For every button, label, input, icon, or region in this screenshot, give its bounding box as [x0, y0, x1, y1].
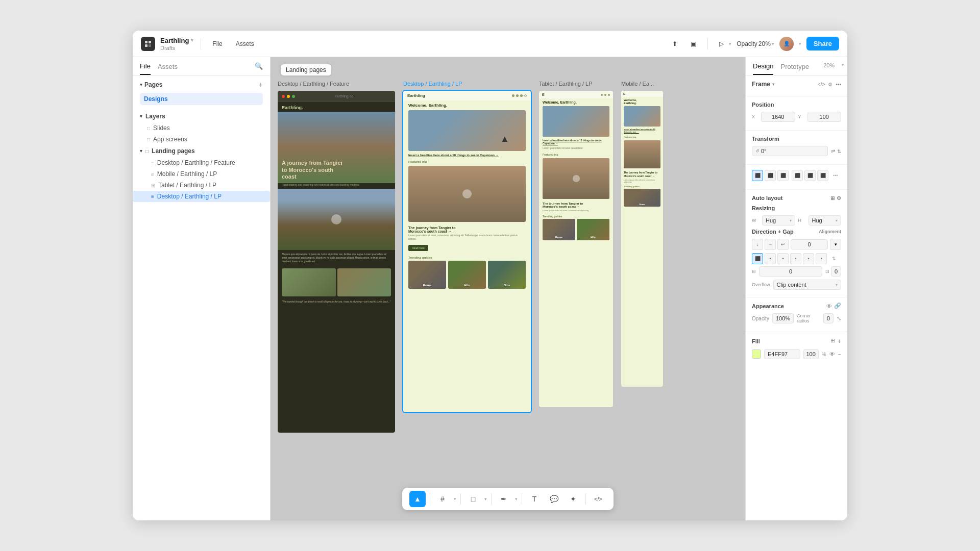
- avatar[interactable]: 👤: [779, 37, 794, 51]
- content-align-mc-btn[interactable]: •: [803, 253, 814, 264]
- content-align-mr-btn[interactable]: •: [816, 253, 827, 264]
- plugin-tool[interactable]: ✦: [565, 491, 581, 507]
- layer-desktop-lp[interactable]: ≡ Desktop / Earthling / LP: [133, 191, 270, 202]
- width-dropdown[interactable]: Hug ▾: [762, 215, 795, 226]
- fill-grid-icon[interactable]: ⊞: [830, 337, 835, 345]
- align-center-btn[interactable]: ⬛: [765, 170, 776, 181]
- layer-tablet-lp[interactable]: ⊞ Tablet / Earthling / LP: [133, 180, 270, 191]
- padding-right-input[interactable]: 0: [831, 266, 841, 277]
- avatar-chevron-icon[interactable]: ▾: [799, 41, 801, 46]
- autolayout-expand-icon[interactable]: ⊞: [830, 195, 835, 201]
- align-middle-btn[interactable]: ⬛: [804, 170, 816, 181]
- align-top-btn[interactable]: ⬛: [792, 170, 803, 181]
- content-align-tl-btn[interactable]: ⬛: [752, 253, 763, 264]
- layer-desktop-feature[interactable]: ≡ Desktop / Earthling / Feature: [133, 157, 270, 168]
- landing-pages-header[interactable]: ▾ □ Landing pages: [133, 145, 270, 157]
- padding-right-icon: ⊡: [825, 269, 829, 274]
- thumb-1: [282, 268, 336, 296]
- shape-tool-chevron-icon[interactable]: ▾: [484, 496, 487, 502]
- code-tool[interactable]: </>: [590, 491, 606, 507]
- tablet-welcome: Welcome, Earthling.: [539, 98, 613, 106]
- frame-mobile-lp[interactable]: E Welcome,Earthling. Insert a headline h…: [621, 91, 663, 387]
- play-btn[interactable]: ▷: [715, 38, 728, 50]
- frame-desktop-lp[interactable]: Earthling Welcome, Earthling. Insert a h…: [403, 91, 531, 412]
- link-icon[interactable]: 🔗: [834, 303, 841, 309]
- tablet-dot1: [601, 94, 603, 96]
- trend-label-nice: Nice: [504, 284, 510, 287]
- gap-dropdown[interactable]: ▾: [830, 239, 841, 250]
- y-input[interactable]: 100: [807, 112, 842, 122]
- file-menu-btn[interactable]: File: [208, 38, 226, 50]
- right-tabs: Design Prototype 20% ▾: [746, 57, 847, 76]
- autolayout-settings-icon[interactable]: ⚙: [837, 195, 841, 201]
- frame-desktop-feature[interactable]: earthling.co Earthling. A journey from T…: [278, 91, 395, 433]
- tab-assets[interactable]: Assets: [158, 62, 178, 75]
- frame-header-bar-1: earthling.co: [278, 91, 395, 102]
- project-name[interactable]: Earthling ▾: [160, 37, 193, 44]
- fill-add-icon[interactable]: +: [837, 337, 841, 345]
- height-dropdown[interactable]: Hug ▾: [808, 215, 842, 226]
- padding-input[interactable]: 0: [759, 266, 822, 277]
- align-left-btn[interactable]: ⬛: [752, 170, 763, 181]
- shape-tool[interactable]: □: [465, 491, 481, 507]
- y-label: Y: [798, 114, 804, 119]
- tab-prototype[interactable]: Prototype: [780, 62, 809, 75]
- dir-down-btn[interactable]: ↓: [752, 239, 763, 250]
- fill-color-swatch[interactable]: [752, 349, 761, 359]
- align-right-btn[interactable]: ⬛: [777, 170, 789, 181]
- upload-btn[interactable]: ⬆: [668, 38, 681, 50]
- page-item-designs[interactable]: Designs: [140, 93, 263, 105]
- flip-v-icon[interactable]: ⇅: [837, 148, 841, 154]
- layer-slides[interactable]: □ Slides: [133, 122, 270, 134]
- layer-mobile-lp[interactable]: ≡ Mobile / Earthling / LP: [133, 168, 270, 180]
- tab-design[interactable]: Design: [753, 62, 773, 75]
- fill-opacity-input[interactable]: 100: [803, 349, 819, 359]
- dir-wrap-btn[interactable]: ↩: [777, 239, 789, 250]
- align-bottom-btn[interactable]: ⬛: [817, 170, 828, 181]
- frame-tool[interactable]: #: [434, 491, 451, 507]
- frame-tool-chevron-icon[interactable]: ▾: [454, 496, 456, 502]
- play-chevron-icon[interactable]: ▾: [729, 41, 731, 46]
- opacity-input[interactable]: 100%: [772, 313, 794, 323]
- fill-visibility-icon[interactable]: 👁: [829, 351, 835, 357]
- tab-file[interactable]: File: [140, 62, 151, 75]
- layers-header[interactable]: ▾ Layers: [133, 110, 270, 122]
- sidebar-toggle-btn[interactable]: ▣: [687, 38, 700, 50]
- logo-icon[interactable]: [141, 37, 155, 51]
- overflow-dropdown[interactable]: Clip content ▾: [773, 280, 841, 290]
- text-tool[interactable]: T: [526, 491, 543, 507]
- select-tool[interactable]: ▲: [409, 491, 426, 507]
- fill-hex-input[interactable]: E4FF97: [764, 349, 800, 359]
- pen-tool[interactable]: ✒: [496, 491, 512, 507]
- zoom-chevron-icon[interactable]: ▾: [772, 41, 774, 46]
- frame-gear-icon[interactable]: ⚙: [828, 82, 832, 87]
- content-align-ml-btn[interactable]: •: [790, 253, 801, 264]
- layer-app-screens[interactable]: □ App screens: [133, 134, 270, 145]
- frame-label-header[interactable]: Frame ▾: [752, 81, 775, 88]
- corner-radius-input[interactable]: 0: [823, 313, 834, 323]
- frame-code-icon[interactable]: </>: [818, 82, 825, 87]
- flip-h-icon[interactable]: ⇌: [831, 148, 835, 154]
- dir-right-btn[interactable]: →: [765, 239, 776, 250]
- align-more-btn[interactable]: •••: [830, 170, 841, 181]
- search-icon[interactable]: 🔍: [255, 62, 263, 75]
- corner-expand-icon[interactable]: ⤡: [837, 315, 841, 322]
- x-input[interactable]: 1640: [761, 112, 795, 122]
- rotate-input[interactable]: ↺ 0°: [752, 146, 828, 156]
- gap-input[interactable]: 0: [791, 239, 828, 249]
- comment-tool[interactable]: 💬: [546, 491, 562, 507]
- frame-tablet-lp[interactable]: E Welcome, Earthling. Insert a headline …: [539, 91, 613, 407]
- content-align-tc-btn[interactable]: •: [765, 253, 776, 264]
- pages-add-icon[interactable]: +: [259, 81, 263, 89]
- fill-remove-icon[interactable]: −: [838, 351, 841, 357]
- share-btn[interactable]: Share: [806, 37, 839, 51]
- assets-menu-btn[interactable]: Assets: [232, 38, 258, 50]
- content-align-more-btn[interactable]: ⇅: [828, 253, 840, 264]
- zoom-panel-chevron-icon[interactable]: ▾: [842, 62, 844, 75]
- canvas-area[interactable]: Landing pages ▲ Desktop / Earthling / Fe…: [271, 57, 745, 520]
- lp-cta-btn-2[interactable]: Read more: [408, 245, 428, 251]
- content-align-tr-btn[interactable]: •: [777, 253, 789, 264]
- pen-tool-chevron-icon[interactable]: ▾: [515, 496, 518, 502]
- visibility-icon[interactable]: 👁: [826, 303, 832, 309]
- frame-more-icon[interactable]: •••: [836, 82, 841, 87]
